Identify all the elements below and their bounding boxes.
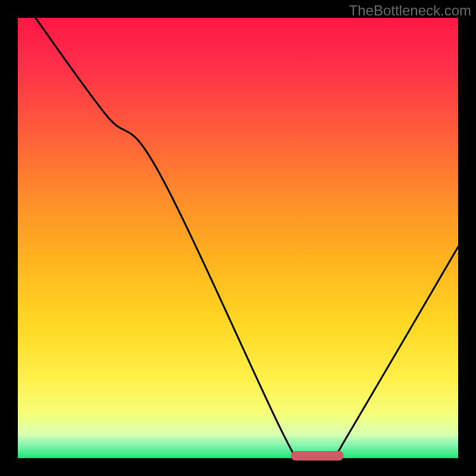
chart-container: TheBottleneck.com [0,0,476,476]
watermark-label: TheBottleneck.com [349,2,471,19]
optimal-zone-marker [291,451,344,461]
bottleneck-chart [0,0,476,476]
plot-area [18,18,458,458]
